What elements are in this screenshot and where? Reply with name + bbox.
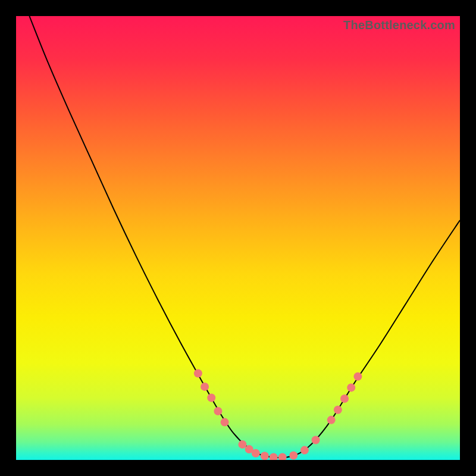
- highlight-dot: [221, 418, 229, 427]
- watermark-label: TheBottleneck.com: [343, 18, 455, 32]
- highlight-dot: [327, 416, 336, 424]
- gradient-background: [16, 16, 460, 460]
- highlight-dot: [194, 369, 202, 378]
- chart-frame: TheBottleneck.com: [0, 0, 476, 476]
- highlight-dot: [214, 407, 222, 415]
- highlight-dot: [347, 383, 355, 392]
- highlight-dot: [334, 406, 342, 414]
- highlight-dot: [252, 449, 260, 458]
- highlight-dot: [340, 394, 349, 403]
- chart-svg: [16, 16, 460, 460]
- highlight-dot: [300, 446, 309, 455]
- highlight-dot: [238, 440, 246, 449]
- highlight-dot: [261, 452, 269, 460]
- highlight-dot: [207, 394, 215, 402]
- highlight-dot: [353, 372, 362, 381]
- plot-area: TheBottleneck.com: [16, 16, 460, 460]
- highlight-dot: [289, 452, 298, 460]
- highlight-dot: [201, 383, 209, 391]
- highlight-dot: [312, 436, 320, 444]
